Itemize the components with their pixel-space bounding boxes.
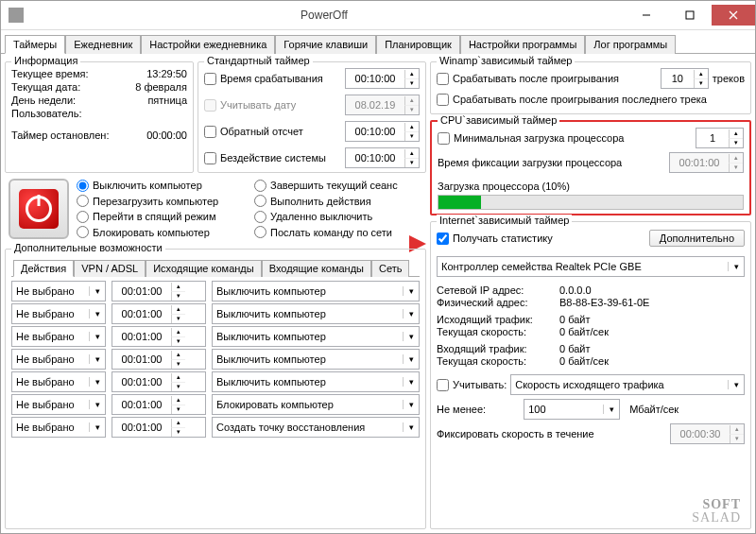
net-consider-combo[interactable]: Скорость исходящего трафика▾ xyxy=(510,374,745,395)
action-radio[interactable]: Перезагрузить компьютер xyxy=(77,195,245,209)
row-target-combo[interactable]: Выключить компьютер▾ xyxy=(212,371,420,392)
close-button[interactable] xyxy=(712,5,755,26)
action-radio[interactable]: Блокировать компьютер xyxy=(77,226,245,240)
action-radio[interactable]: Перейти в спящий режим xyxy=(77,210,245,224)
subtab[interactable]: Входящие команды xyxy=(262,260,371,277)
info-value: 13:29:50 xyxy=(101,68,187,79)
power-icon xyxy=(26,196,52,222)
tab-1[interactable]: Ежедневник xyxy=(65,35,141,54)
net-key: Физический адрес: xyxy=(437,297,559,308)
maximize-button[interactable] xyxy=(668,5,712,26)
subtab[interactable]: VPN / ADSL xyxy=(74,260,146,277)
row-time-spinner[interactable]: 00:01:00▴▾ xyxy=(112,417,206,438)
cpu-minload-checkbox[interactable]: Минимальная загрузка процессора xyxy=(438,132,624,145)
power-button[interactable] xyxy=(9,179,69,239)
cpu-minload-spinner[interactable]: 1▴▾ xyxy=(696,128,744,148)
action-radio[interactable]: Выполнить действия xyxy=(254,195,422,209)
net-fix-label: Фиксировать скорость в течение xyxy=(437,428,594,439)
std-checkbox[interactable]: Обратный отсчет xyxy=(204,126,303,138)
net-min-combo[interactable]: 100▾ xyxy=(524,399,620,420)
info-group: Информация Текущее время:13:29:50Текущая… xyxy=(5,61,194,173)
tab-4[interactable]: Планировщик xyxy=(376,35,460,54)
winamp-group: Winamp`зависимый таймер Срабатывать посл… xyxy=(430,61,751,114)
net-value: 0 байт/сек xyxy=(559,326,745,337)
app-window: PowerOff ТаймерыЕжедневникНастройки ежед… xyxy=(0,0,756,534)
net-min-unit: Мбайт/сек xyxy=(629,404,679,415)
row-action-combo[interactable]: Не выбрано▾ xyxy=(11,326,106,347)
action-radio[interactable]: Выключить компьютер xyxy=(77,179,245,193)
row-action-combo[interactable]: Не выбрано▾ xyxy=(11,303,106,324)
row-target-combo[interactable]: Блокировать компьютер▾ xyxy=(212,394,420,415)
standard-timer-group: Стандартный таймер Время срабатывания00:… xyxy=(198,61,426,173)
winamp-after-n-checkbox[interactable]: Срабатывать после проигрывания xyxy=(437,73,619,85)
row-time-spinner[interactable]: 00:01:00▴▾ xyxy=(112,281,206,301)
std-spinner[interactable]: 00:10:00▴▾ xyxy=(345,121,420,142)
std-spinner[interactable]: 00:10:00▴▾ xyxy=(345,68,420,89)
info-value: 8 февраля xyxy=(101,81,187,93)
std-spinner[interactable]: 00:10:00▴▾ xyxy=(345,147,420,168)
winamp-tracks-unit: треков xyxy=(713,73,745,84)
row-action-combo[interactable]: Не выбрано▾ xyxy=(11,281,106,301)
info-key: Текущее время: xyxy=(11,68,101,79)
row-action-combo[interactable]: Не выбрано▾ xyxy=(11,371,106,392)
std-checkbox[interactable]: Бездействие системы xyxy=(204,152,326,164)
row-time-spinner[interactable]: 00:01:00▴▾ xyxy=(112,326,206,347)
timer-stopped-value: 00:00:00 xyxy=(146,129,187,141)
net-fix-spinner[interactable]: 00:00:30▴▾ xyxy=(670,423,745,444)
action-radio[interactable]: Завершить текущий сеанс xyxy=(254,179,422,193)
std-checkbox[interactable]: Учитывать дату xyxy=(204,99,296,112)
info-key: Текущая дата: xyxy=(11,81,101,93)
extra-group: Дополнительные возможности ДействияVPN /… xyxy=(5,249,426,529)
net-consider-checkbox[interactable]: Учитывать: xyxy=(437,379,507,391)
net-min-label: Не менее: xyxy=(437,404,486,415)
row-time-spinner[interactable]: 00:01:00▴▾ xyxy=(112,303,206,324)
subtab[interactable]: Действия xyxy=(13,260,74,277)
subtab[interactable]: Сеть xyxy=(371,260,409,277)
table-row: Не выбрано▾00:01:00▴▾Выключить компьютер… xyxy=(11,303,420,324)
net-stats-checkbox[interactable]: Получать статистику xyxy=(437,233,553,245)
row-target-combo[interactable]: Выключить компьютер▾ xyxy=(212,349,420,370)
table-row: Не выбрано▾00:01:00▴▾Выключить компьютер… xyxy=(11,326,420,347)
winamp-tracks-spinner[interactable]: 10▴▾ xyxy=(661,68,709,89)
net-adapter-combo[interactable]: Контроллер семейства Realtek PCIe GBE▾ xyxy=(437,256,745,277)
action-radio[interactable]: Послать команду по сети xyxy=(254,226,422,240)
row-time-spinner[interactable]: 00:01:00▴▾ xyxy=(112,394,206,415)
cpu-load-label: Загрузка процессора (10%) xyxy=(438,181,744,192)
tab-3[interactable]: Горячие клавиши xyxy=(275,35,376,54)
watermark: SOFTSALAD xyxy=(692,498,741,525)
row-target-combo[interactable]: Создать точку восстановления▾ xyxy=(212,417,420,438)
row-target-combo[interactable]: Выключить компьютер▾ xyxy=(212,281,420,301)
subtab[interactable]: Исходящие команды xyxy=(146,260,262,277)
svg-rect-0 xyxy=(686,11,694,19)
net-more-button[interactable]: Дополнительно xyxy=(649,230,745,247)
row-action-combo[interactable]: Не выбрано▾ xyxy=(11,417,106,438)
row-time-spinner[interactable]: 00:01:00▴▾ xyxy=(112,371,206,392)
row-time-spinner[interactable]: 00:01:00▴▾ xyxy=(112,349,206,370)
timer-stopped-label: Таймер остановлен: xyxy=(11,129,143,141)
row-action-combo[interactable]: Не выбрано▾ xyxy=(11,394,106,415)
row-target-combo[interactable]: Выключить компьютер▾ xyxy=(212,326,420,347)
net-key: Исходящий трафик: xyxy=(437,314,559,325)
chevron-down-icon: ▾ xyxy=(728,262,744,271)
action-radio[interactable]: Удаленно выключить xyxy=(254,210,422,224)
winamp-after-last-checkbox[interactable]: Срабатывать после проигрывания последнег… xyxy=(437,94,707,106)
window-title: PowerOff xyxy=(24,9,625,22)
minimize-button[interactable] xyxy=(625,5,668,26)
net-key: Сетевой IP адрес: xyxy=(437,284,559,296)
tab-5[interactable]: Настройки программы xyxy=(460,35,585,54)
net-key: Текущая скорость: xyxy=(437,326,559,337)
table-row: Не выбрано▾00:01:00▴▾Выключить компьютер… xyxy=(11,281,420,301)
std-spinner[interactable]: 08.02.19▴▾ xyxy=(345,95,420,115)
internet-group: Internet`зависимый таймер Получать стати… xyxy=(430,221,751,529)
net-value: 0 байт xyxy=(559,343,745,354)
main-tabs: ТаймерыЕжедневникНастройки ежедневникаГо… xyxy=(1,30,755,54)
tab-2[interactable]: Настройки ежедневника xyxy=(141,35,275,54)
tab-0[interactable]: Таймеры xyxy=(5,35,65,54)
row-target-combo[interactable]: Выключить компьютер▾ xyxy=(212,303,420,324)
row-action-combo[interactable]: Не выбрано▾ xyxy=(11,349,106,370)
table-row: Не выбрано▾00:01:00▴▾Создать точку восст… xyxy=(11,417,420,438)
tab-6[interactable]: Лог программы xyxy=(585,35,676,54)
cpu-fixtime-spinner[interactable]: 00:01:00▴▾ xyxy=(669,152,744,173)
cpu-fixtime-label: Время фиксации загрузки процессора xyxy=(438,157,622,168)
std-checkbox[interactable]: Время срабатывания xyxy=(204,73,323,85)
